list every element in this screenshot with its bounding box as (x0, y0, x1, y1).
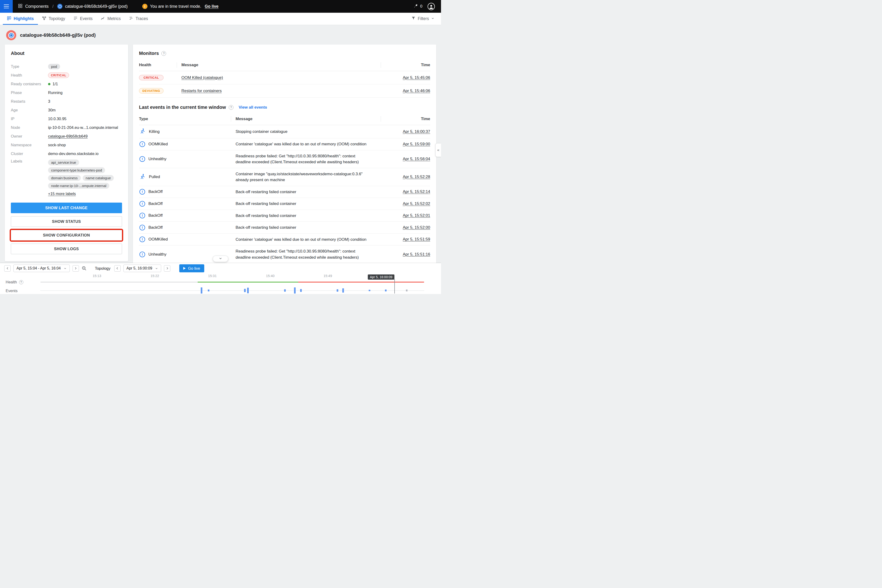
event-time-link[interactable]: Apr 5, 15:52:00 (403, 225, 430, 230)
timeline-axis[interactable]: Apr 5, 16:00:09 15:1315:2215:3115:4015:4… (40, 273, 424, 294)
tab-metrics[interactable]: Metrics (97, 13, 124, 25)
event-time-link[interactable]: Apr 5, 15:56:04 (403, 157, 430, 161)
pin-button[interactable]: 0 (413, 3, 422, 9)
table-row: ! Unhealthy Readiness probe failed: Get … (139, 150, 430, 168)
show-last-change-button[interactable]: SHOW LAST CHANGE (11, 202, 122, 213)
expand-timeline-button[interactable] (213, 256, 228, 262)
range-back-button[interactable] (4, 265, 10, 272)
about-row-restarts: Restarts 3 (11, 97, 122, 106)
topology-icon (42, 16, 46, 22)
zoom-out-button[interactable] (81, 266, 87, 271)
tab-topology[interactable]: Topology (38, 13, 69, 25)
event-bar (284, 289, 286, 292)
go-live-button[interactable]: Go live (179, 264, 204, 272)
help-icon[interactable]: ? (161, 51, 166, 56)
label-pill: component-type:kubernetes-pod (48, 167, 105, 173)
table-row: ! BackOff Back-off restarting failed con… (139, 210, 430, 222)
chevron-right-icon (166, 267, 169, 270)
show-status-button[interactable]: SHOW STATUS (11, 216, 122, 227)
monitors-header: Monitors ? (139, 51, 430, 56)
event-bar (385, 290, 387, 291)
info-icon: ! (140, 225, 145, 230)
funnel-icon (411, 16, 416, 21)
view-all-events-link[interactable]: View all events (238, 105, 267, 110)
breadcrumb-separator: / (52, 4, 54, 9)
event-time-link[interactable]: Apr 5, 16:00:37 (403, 129, 430, 134)
tab-events[interactable]: Events (69, 13, 97, 25)
event-time-link[interactable]: Apr 5, 15:52:14 (403, 189, 430, 194)
about-row-node: Node ip-10-0-21-204.eu-w...1.compute.int… (11, 123, 122, 132)
more-labels-link[interactable]: +15 more labels (48, 192, 76, 196)
time-range-dropdown[interactable]: Apr 5, 15:04 - Apr 5, 16:04 (14, 264, 70, 272)
event-time-link[interactable]: Apr 5, 15:51:16 (403, 252, 430, 256)
label-pill: name:catalogue (82, 175, 114, 181)
about-row-cluster: Cluster demo-dev.demo.stackstate.io (11, 149, 122, 158)
person-icon (428, 4, 434, 10)
topology-time-dropdown[interactable]: Apr 5, 16:00:09 (123, 264, 161, 272)
hamburger-icon (4, 4, 9, 9)
owner-link[interactable]: catalogue-69b58cb649 (48, 134, 88, 138)
time-forward-button[interactable] (164, 265, 170, 272)
event-message: Container image "quay.io/stackstate/weav… (231, 171, 381, 183)
event-time-link[interactable]: Apr 5, 15:52:02 (403, 201, 430, 206)
event-time-link[interactable]: Apr 5, 15:52:01 (403, 213, 430, 218)
timeline-tick: 15:49 (324, 274, 332, 278)
breadcrumb-entity[interactable]: catalogue-69b58cb649-gjl5v (pod) (57, 4, 128, 9)
monitor-time-link[interactable]: Apr 5, 15:45:06 (403, 75, 430, 80)
monitor-link[interactable]: OOM Killed (catalogue) (182, 75, 223, 80)
event-message: Readiness probe failed: Get "http://10.0… (231, 248, 381, 260)
collapse-panel-button[interactable]: « (435, 143, 441, 157)
hamburger-menu-button[interactable] (0, 0, 13, 13)
help-icon[interactable]: ? (19, 280, 23, 284)
show-configuration-button[interactable]: SHOW CONFIGURATION (11, 230, 122, 240)
pin-count: 0 (420, 4, 422, 9)
time-controls: Apr 5, 15:04 - Apr 5, 16:04 Topology Apr… (0, 263, 441, 273)
metrics-chart-icon (100, 16, 105, 22)
table-row: ! BackOff Back-off restarting failed con… (139, 222, 430, 234)
about-row-health: Health CRITICAL (11, 71, 122, 80)
chevron-down-icon (64, 267, 67, 270)
event-time-link[interactable]: Apr 5, 15:51:59 (403, 237, 430, 242)
info-icon: ! (140, 189, 145, 195)
event-type: Unhealthy (148, 157, 166, 161)
timeline-tick: 15:31 (208, 274, 216, 278)
about-row-owner: Owner catalogue-69b58cb649 (11, 132, 122, 141)
filters-button[interactable]: Filters (411, 13, 438, 25)
runner-icon (140, 173, 146, 181)
event-bar (300, 289, 302, 292)
go-live-link[interactable]: Go live (205, 4, 218, 9)
about-title: About (11, 51, 122, 56)
info-icon: ! (140, 213, 145, 218)
breadcrumb-components[interactable]: Components (18, 3, 48, 9)
runner-icon (140, 128, 146, 135)
table-row: CRITICAL OOM Killed (catalogue) Apr 5, 1… (139, 71, 430, 84)
health-segment (298, 282, 424, 282)
monitor-link[interactable]: Restarts for containers (182, 88, 222, 93)
show-logs-button[interactable]: SHOW LOGS (11, 244, 122, 254)
range-forward-button[interactable] (72, 265, 79, 272)
help-icon[interactable]: ? (229, 105, 234, 110)
table-row: ! BackOff Back-off restarting failed con… (139, 186, 430, 198)
pod-critical-icon (6, 30, 16, 40)
green-status-dot (48, 83, 50, 85)
tab-traces[interactable]: Traces (125, 13, 152, 25)
time-marker-line[interactable] (394, 279, 395, 294)
topology-time-label: Topology (95, 266, 111, 271)
tab-bar: Highlights Topology Events Metrics Trace… (0, 13, 441, 25)
about-row-ready: Ready containers 1/1 (11, 80, 122, 88)
table-row: Pulled Container image "quay.io/stacksta… (139, 168, 430, 186)
health-line (40, 282, 424, 282)
event-bar (342, 288, 344, 292)
events-table-header: Type Message Time (139, 113, 430, 125)
event-time-link[interactable]: Apr 5, 15:59:00 (403, 142, 430, 146)
event-bar (247, 288, 249, 293)
tab-highlights[interactable]: Highlights (3, 13, 38, 25)
time-back-button[interactable] (114, 265, 121, 272)
user-avatar[interactable] (428, 3, 435, 10)
monitor-time-link[interactable]: Apr 5, 15:46:06 (403, 88, 430, 93)
label-pill: node-name:ip-10-...ompute.internal (48, 183, 109, 189)
health-segment (198, 282, 298, 282)
event-time-link[interactable]: Apr 5, 15:52:28 (403, 175, 430, 179)
event-message: Readiness probe failed: Get "http://10.0… (231, 153, 381, 165)
event-bar (201, 287, 202, 294)
